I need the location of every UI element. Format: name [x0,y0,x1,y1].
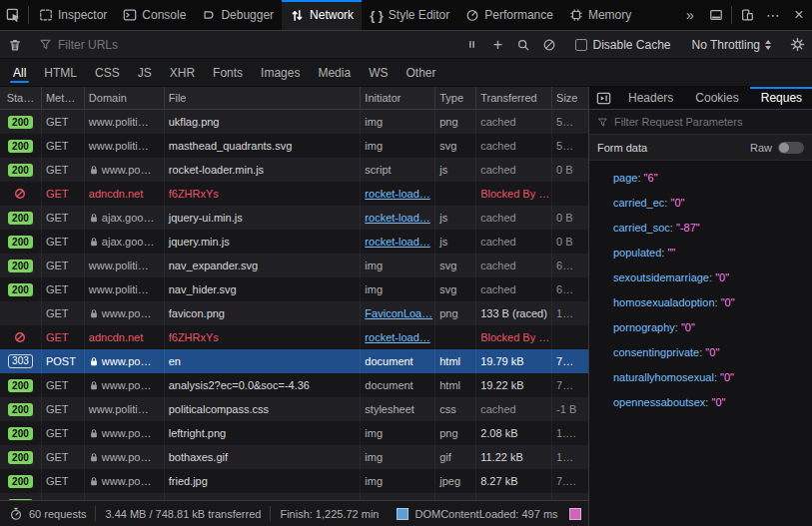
filter-tab-all[interactable]: All [6,62,33,84]
column-header-met[interactable]: Met… [42,87,85,109]
filter-tab-media[interactable]: Media [311,62,358,84]
filter-urls-input[interactable] [58,38,248,52]
cell-size: 0 B [552,230,588,254]
tab-console[interactable]: Console [115,0,194,30]
close-devtools-button[interactable]: × [786,0,812,30]
cell-initiator: img [361,110,435,134]
filter-tab-fonts[interactable]: Fonts [206,62,250,84]
clear-requests-button[interactable] [2,38,28,52]
filter-tab-html[interactable]: HTML [37,62,84,84]
table-row[interactable]: 303POSTwww.po…endocumenthtml19.79 kB7… [0,349,588,373]
cell-method: GET [42,254,85,277]
param-key: pornography [613,321,675,333]
filter-request-parameters-input[interactable] [614,116,774,128]
tab-performance[interactable]: Performance [457,0,561,30]
column-header-initiator[interactable]: Initiator [361,87,435,109]
request-blocking-button[interactable] [536,38,562,52]
table-row[interactable]: 200GETwww.politi…politicalcompass.csssty… [0,397,588,421]
transferred-text: 133 B (raced) [480,307,547,319]
table-row[interactable]: 200GETajax.goo…jquery.min.jsrocket-load…… [0,230,588,254]
param-key: naturallyhomosexual [613,371,714,383]
domain-text: www.po… [102,349,152,373]
param-key: homosexualadoption [613,296,715,308]
tab-style-editor[interactable]: { }Style Editor [362,0,457,30]
pick-element-button[interactable] [0,0,26,30]
cell-size: 6… [552,254,588,277]
cell-initiator: rocket-load… [361,206,435,230]
initiator-link[interactable]: rocket-load… [365,212,429,224]
initiator-text: img [365,260,383,271]
pause-recording-button[interactable] [458,38,484,51]
tab-network[interactable]: Network [282,0,362,30]
column-header-domain[interactable]: Domain [85,87,165,109]
column-header-transferred[interactable]: Transferred [476,87,552,109]
split-console-button[interactable] [703,0,729,30]
details-tab-headers[interactable]: Headers [617,87,684,109]
column-header-size[interactable]: Size [552,87,588,109]
block-icon [542,38,556,52]
network-settings-button[interactable] [784,37,810,52]
request-param: sexoutsidemarriage: "0" [589,265,812,290]
table-row[interactable]: 200GETajax.goo…jquery-ui.min.jsrocket-lo… [0,206,588,230]
tab-inspector[interactable]: Inspector [31,0,115,30]
filter-tab-js[interactable]: JS [131,62,159,84]
raw-toggle[interactable] [778,142,804,154]
filter-tab-xhr[interactable]: XHR [163,62,202,84]
column-header-file[interactable]: File [165,87,362,109]
param-value: "0" [721,296,735,308]
status-badge: 200 [8,236,33,249]
filter-tab-css[interactable]: CSS [88,62,127,84]
tab-label: Memory [588,8,631,22]
initiator-link[interactable]: rocket-load… [365,188,429,200]
file-text: masthead_quadrants.svg [169,140,293,152]
search-button[interactable] [510,38,536,52]
table-row[interactable]: 200GETwww.po…bothaxes.gifimggif11.22 kB1… [0,445,588,469]
panel-toggle-icon [596,91,611,106]
file-text: rocket-loader.min.js [169,164,264,176]
status-badge: 200 [8,116,33,129]
table-row[interactable]: GETwww.po…favicon.pngFaviconLoa…png133 B… [0,301,588,325]
cell-type [435,325,476,349]
table-row[interactable]: 200GETwww.po…leftright.pngimgpng2.08 kB1… [0,421,588,445]
table-row[interactable]: 200GETwww.po…fried.jpgimgjpeg8.27 kB7.… [0,469,588,493]
table-row[interactable]: 200GETwww.politi…nav_expander.svgimgsvgc… [0,254,588,277]
table-row[interactable]: GETadncdn.netf6ZHRxYsrocket-load…Blocked… [0,182,588,206]
table-row[interactable]: 200GETwww.po… [0,493,588,500]
cell-status: 200 [0,397,42,421]
filter-tab-images[interactable]: Images [254,62,307,84]
stopwatch-icon [9,507,23,521]
table-row[interactable]: 200GETwww.po…analysis2?ec=0.0&soc=-4.36d… [0,373,588,397]
details-tab-cookies[interactable]: Cookies [684,87,749,109]
filter-tab-ws[interactable]: WS [362,62,395,84]
table-row[interactable]: GETadncdn.netf6ZHRxYsrocket-load…Blocked… [0,325,588,349]
initiator-link[interactable]: rocket-load… [365,236,429,248]
table-row[interactable]: 200GETwww.politi…ukflag.pngimgpngcached5… [0,110,588,134]
table-row[interactable]: 200GETwww.politi…nav_hider.svgimgsvgcach… [0,277,588,301]
column-header-sta[interactable]: Sta… [0,87,42,109]
throttling-select[interactable]: No Throttling [684,38,779,52]
initiator-link[interactable]: rocket-load… [365,331,429,343]
cell-domain: ajax.goo… [85,206,165,230]
cell-transferred: cached [476,110,552,134]
column-header-type[interactable]: Type [435,87,476,109]
responsive-mode-button[interactable] [734,0,760,30]
new-request-button[interactable]: + [484,37,510,53]
cell-size: 1.… [552,421,588,445]
cell-initiator: img [361,421,435,445]
table-row[interactable]: 200GETwww.politi…masthead_quadrants.svgi… [0,134,588,158]
request-param: populated: "" [589,241,812,265]
disable-cache-checkbox[interactable] [575,39,587,51]
initiator-text: document [365,355,412,367]
devtools-menu-button[interactable]: ⋯ [760,0,786,30]
more-tools-button[interactable]: » [677,0,703,30]
initiator-link[interactable]: FaviconLoa… [365,307,432,319]
tab-debugger[interactable]: Debugger [194,0,282,30]
tab-label: Style Editor [389,8,449,22]
cell-file: politicalcompass.css [165,397,362,421]
tab-memory[interactable]: Memory [561,0,639,30]
cell-initiator: document [361,373,435,397]
table-row[interactable]: 200GETwww.po…rocket-loader.min.jsscriptj… [0,158,588,182]
details-tab-reques[interactable]: Reques [750,87,812,109]
filter-tab-other[interactable]: Other [399,62,442,84]
details-pane-toggle-button[interactable] [589,87,617,109]
